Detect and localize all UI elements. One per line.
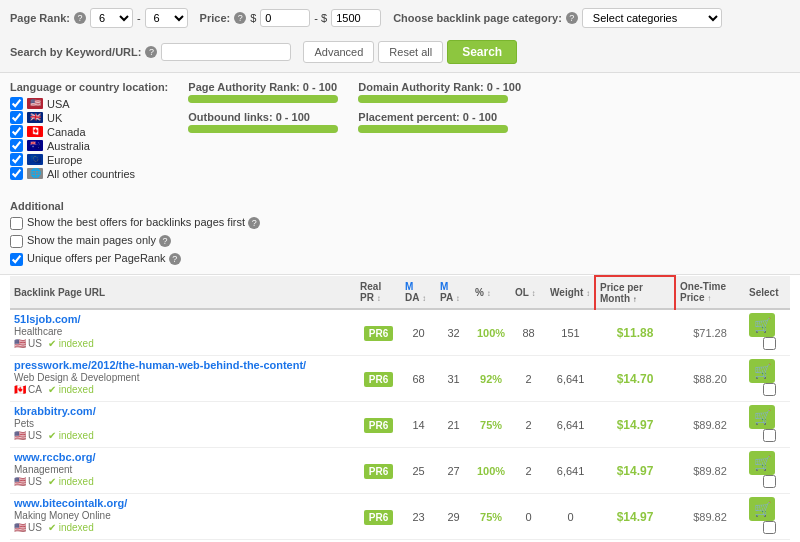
slider-section: Page Authority Rank: 0 - 100 Outbound li… [188,81,338,133]
pct-sort-icon: ↕ [487,289,491,298]
price-month-value: $14.97 [617,464,654,478]
pa-badge: M [440,281,448,292]
price-month-value: $14.70 [617,372,654,386]
domain-authority-slider[interactable] [358,95,508,103]
country-canada-checkbox[interactable] [10,125,23,138]
row-select-checkbox[interactable] [763,521,776,534]
category-help-icon[interactable]: ? [566,12,578,24]
flag-uk-icon: 🇬🇧 [27,112,43,123]
price-month-sort-icon: ↑ [633,295,637,304]
price-month-value: $14.97 [617,510,654,524]
placement-slider[interactable] [358,125,508,133]
url-cell: kbrabbitry.com/ Pets 🇺🇸 US ✔ indexed [10,402,356,448]
url-link[interactable]: 51lsjob.com/ [14,313,81,325]
da-col-header[interactable]: M DA ↕ [401,276,436,309]
country-item-australia: 🇦🇺 Australia [10,139,168,152]
flag-eu-icon: 🇪🇺 [27,154,43,165]
price-onetime-value: $89.82 [693,511,727,523]
add-to-cart-button[interactable]: 🛒 [749,497,775,521]
add-to-cart-button[interactable]: 🛒 [749,405,775,429]
row-select-checkbox[interactable] [763,337,776,350]
weight-col-header[interactable]: Weight ↕ [546,276,595,309]
add-to-cart-button[interactable]: 🛒 [749,451,775,475]
pct-cell: 75% [471,402,511,448]
price-month-col-header[interactable]: Price perMonth ↑ [595,276,675,309]
table-container: Backlink Page URL RealPR ↕ M DA ↕ M PA ↕… [0,275,800,542]
price-month-value: $11.88 [617,326,654,340]
price-separator: - $ [314,12,327,24]
unique-offers-checkbox[interactable] [10,253,23,266]
pct-label: % [475,287,484,298]
best-offers-checkbox[interactable] [10,217,23,230]
onetime-col-header[interactable]: One-TimePrice ↑ [675,276,745,309]
pr-badge: PR6 [364,464,393,479]
pr-badge: PR6 [364,418,393,433]
category-select[interactable]: Select categories [582,8,722,28]
price-help-icon[interactable]: ? [234,12,246,24]
country-usa-checkbox[interactable] [10,97,23,110]
country-uk-checkbox[interactable] [10,111,23,124]
page-rank-group: Page Rank: ? 61234578910 - 61234578910 [10,8,188,28]
url-link[interactable]: presswork.me/2012/the-human-web-behind-t… [14,359,306,371]
pct-col-header[interactable]: % ↕ [471,276,511,309]
country-list: 🇺🇸 USA 🇬🇧 UK 🇨🇦 Canada 🇦🇺 Australia [10,97,168,180]
country-europe-checkbox[interactable] [10,153,23,166]
country-badge: 🇺🇸 US ✔ indexed [14,430,94,441]
row-select-checkbox[interactable] [763,383,776,396]
reset-button[interactable]: Reset all [378,41,443,63]
pr-col-header[interactable]: RealPR ↕ [356,276,401,309]
main-pages-item: Show the main pages only ? [10,234,260,248]
pr-to-select[interactable]: 61234578910 [145,8,188,28]
weight-cell: 151 [546,309,595,356]
row-select-checkbox[interactable] [763,475,776,488]
pr-sort-icon: ↕ [377,294,381,303]
weight-sort-icon: ↕ [586,289,590,298]
action-cell: 🛒 [745,309,790,356]
outbound-slider[interactable] [188,125,338,133]
keyword-input[interactable] [161,43,291,61]
country-flag-icon: 🇺🇸 [14,338,26,349]
da-cell: 68 [401,356,436,402]
main-pages-checkbox[interactable] [10,235,23,248]
da-badge: M [405,281,413,292]
price-from-input[interactable] [260,9,310,27]
url-link[interactable]: www.bitecointalk.org/ [14,497,127,509]
advanced-button[interactable]: Advanced [303,41,374,63]
main-pages-help-icon[interactable]: ? [159,235,171,247]
ol-col-header[interactable]: OL ↕ [511,276,546,309]
pct-value: 75% [480,511,502,523]
url-link[interactable]: kbrabbitry.com/ [14,405,96,417]
page-rank-help-icon[interactable]: ? [74,12,86,24]
pa-col-header[interactable]: M PA ↕ [436,276,471,309]
country-other-checkbox[interactable] [10,167,23,180]
country-australia-checkbox[interactable] [10,139,23,152]
pa-cell: 21 [436,402,471,448]
country-item-usa: 🇺🇸 USA [10,97,168,110]
table-row: www.rccbc.org/ Management 🇺🇸 US ✔ indexe… [10,448,790,494]
onetime-cell: $89.82 [675,448,745,494]
table-header-row: Backlink Page URL RealPR ↕ M DA ↕ M PA ↕… [10,276,790,309]
country-other-label: All other countries [47,168,135,180]
country-australia-label: Australia [47,140,90,152]
row-select-checkbox[interactable] [763,429,776,442]
pct-value: 100% [477,465,505,477]
page-authority-slider[interactable] [188,95,338,103]
pr-badge: PR6 [364,326,393,341]
country-canada-label: Canada [47,126,86,138]
best-offers-help-icon[interactable]: ? [248,217,260,229]
country-flag-icon: 🇨🇦 [14,384,26,395]
pr-from-select[interactable]: 61234578910 [90,8,133,28]
price-to-input[interactable] [331,9,381,27]
unique-offers-help-icon[interactable]: ? [169,253,181,265]
keyword-help-icon[interactable]: ? [145,46,157,58]
outbound-slider-item: Outbound links: 0 - 100 [188,111,338,133]
add-to-cart-button[interactable]: 🛒 [749,359,775,383]
url-link[interactable]: www.rccbc.org/ [14,451,96,463]
flag-us-icon: 🇺🇸 [27,98,43,109]
da-cell: 20 [401,309,436,356]
add-to-cart-button[interactable]: 🛒 [749,313,775,337]
pa-label: PA [440,292,453,303]
search-button[interactable]: Search [447,40,517,64]
price-month-cell: $14.97 [595,448,675,494]
pr-cell: PR6 [356,494,401,540]
